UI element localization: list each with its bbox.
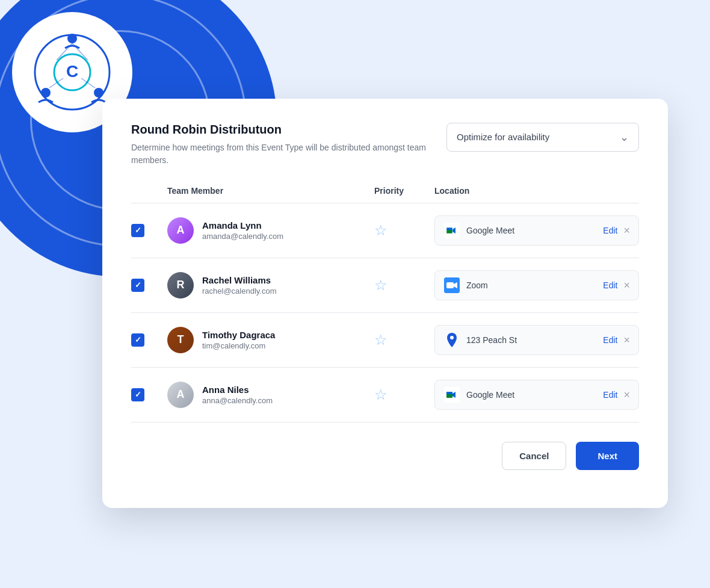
table-row: ✓ R Rachel Williams rachel@calendly.com … — [131, 258, 639, 313]
zoom-icon-rachel — [443, 277, 460, 294]
svg-point-1 — [67, 34, 77, 43]
location-actions-amanda: Edit × — [603, 225, 630, 236]
location-text-anna: Google Meet — [466, 390, 514, 400]
member-name-amanda: Amanda Lynn — [202, 220, 283, 231]
google-meet-icon-anna — [443, 386, 460, 403]
table-row: ✓ A Anna Niles anna@calendly.com ☆ — [131, 368, 639, 422]
modal-header: Round Robin Distributuon Determine how m… — [131, 123, 639, 167]
avatar-timothy: T — [167, 327, 194, 353]
edit-button-rachel[interactable]: Edit — [603, 280, 617, 290]
table-row: ✓ T Timothy Dagraca tim@calendly.com ☆ 1 — [131, 313, 639, 368]
member-info-timothy: T Timothy Dagraca tim@calendly.com — [167, 327, 374, 353]
location-left-amanda: Google Meet — [443, 222, 598, 239]
remove-button-amanda[interactable]: × — [623, 225, 630, 236]
member-email-amanda: amanda@calendly.com — [202, 232, 283, 241]
location-actions-timothy: Edit × — [603, 335, 630, 345]
star-button-rachel[interactable]: ☆ — [374, 277, 387, 294]
location-badge-timothy: 123 Peach St Edit × — [434, 325, 639, 355]
priority-timothy[interactable]: ☆ — [374, 332, 434, 348]
calendly-logo: C — [30, 30, 114, 114]
edit-button-anna[interactable]: Edit — [603, 390, 617, 400]
star-button-amanda[interactable]: ☆ — [374, 222, 387, 239]
member-info-rachel: R Rachel Williams rachel@calendly.com — [167, 272, 374, 299]
member-info-amanda: A Amanda Lynn amanda@calendly.com — [167, 217, 374, 244]
table-header-member: Team Member — [167, 186, 374, 196]
member-email-anna: anna@calendly.com — [202, 396, 273, 405]
location-text-timothy: 123 Peach St — [466, 335, 517, 345]
svg-line-7 — [72, 43, 88, 60]
dropdown-value: Optimize for availability — [457, 132, 549, 142]
location-left-rachel: Zoom — [443, 277, 598, 294]
member-name-timothy: Timothy Dagraca — [202, 330, 275, 340]
modal-title-section: Round Robin Distributuon Determine how m… — [131, 123, 432, 167]
priority-amanda[interactable]: ☆ — [374, 222, 434, 239]
member-details-amanda: Amanda Lynn amanda@calendly.com — [202, 220, 283, 241]
remove-button-timothy[interactable]: × — [623, 335, 630, 345]
location-badge-amanda: Google Meet Edit × — [434, 215, 639, 246]
svg-rect-13 — [446, 282, 454, 288]
checkbox-amanda[interactable]: ✓ — [131, 224, 167, 237]
location-pin-icon-timothy — [443, 332, 460, 348]
table-row: ✓ A Amanda Lynn amanda@calendly.com ☆ — [131, 203, 639, 258]
distribution-dropdown[interactable]: Optimize for availability ⌄ — [446, 123, 639, 152]
modal-footer: Cancel Next — [131, 442, 639, 470]
checkbox-rachel[interactable]: ✓ — [131, 279, 167, 292]
cancel-button[interactable]: Cancel — [502, 442, 566, 470]
modal-title: Round Robin Distributuon — [131, 123, 432, 137]
svg-text:C: C — [66, 62, 78, 81]
member-email-rachel: rachel@calendly.com — [202, 286, 277, 296]
member-details-anna: Anna Niles anna@calendly.com — [202, 385, 273, 405]
location-text-amanda: Google Meet — [466, 226, 514, 235]
checkbox-anna[interactable]: ✓ — [131, 388, 167, 401]
edit-button-amanda[interactable]: Edit — [603, 226, 617, 235]
modal: Round Robin Distributuon Determine how m… — [102, 99, 668, 508]
modal-description: Determine how meetings from this Event T… — [131, 141, 432, 167]
member-email-timothy: tim@calendly.com — [202, 341, 275, 350]
member-info-anna: A Anna Niles anna@calendly.com — [167, 382, 374, 408]
location-left-anna: Google Meet — [443, 386, 598, 403]
svg-point-3 — [94, 88, 103, 97]
star-button-anna[interactable]: ☆ — [374, 386, 387, 403]
svg-line-6 — [57, 43, 72, 60]
remove-button-rachel[interactable]: × — [623, 280, 630, 291]
table-header-priority: Priority — [374, 186, 434, 196]
location-left-timothy: 123 Peach St — [443, 332, 598, 348]
priority-anna[interactable]: ☆ — [374, 386, 434, 403]
member-details-rachel: Rachel Williams rachel@calendly.com — [202, 275, 277, 296]
chevron-down-icon: ⌄ — [620, 131, 629, 144]
next-button[interactable]: Next — [576, 442, 639, 470]
avatar-anna: A — [167, 382, 194, 408]
svg-point-14 — [450, 336, 454, 339]
priority-rachel[interactable]: ☆ — [374, 277, 434, 294]
location-text-rachel: Zoom — [466, 280, 488, 290]
location-badge-anna: Google Meet Edit × — [434, 380, 639, 410]
avatar-amanda: A — [167, 217, 194, 244]
table-header-location: Location — [434, 186, 639, 196]
member-name-anna: Anna Niles — [202, 385, 273, 395]
avatar-rachel: R — [167, 272, 194, 299]
edit-button-timothy[interactable]: Edit — [603, 335, 617, 345]
checkbox-timothy[interactable]: ✓ — [131, 333, 167, 347]
location-actions-anna: Edit × — [603, 389, 630, 400]
member-details-timothy: Timothy Dagraca tim@calendly.com — [202, 330, 275, 350]
table-header: Team Member Priority Location — [131, 186, 639, 203]
location-actions-rachel: Edit × — [603, 280, 630, 291]
table-header-checkbox-spacer — [131, 186, 167, 196]
location-badge-rachel: Zoom Edit × — [434, 270, 639, 300]
member-name-rachel: Rachel Williams — [202, 275, 277, 285]
svg-point-2 — [41, 88, 51, 97]
google-meet-icon-amanda — [443, 222, 460, 239]
remove-button-anna[interactable]: × — [623, 389, 630, 400]
star-button-timothy[interactable]: ☆ — [374, 332, 387, 348]
